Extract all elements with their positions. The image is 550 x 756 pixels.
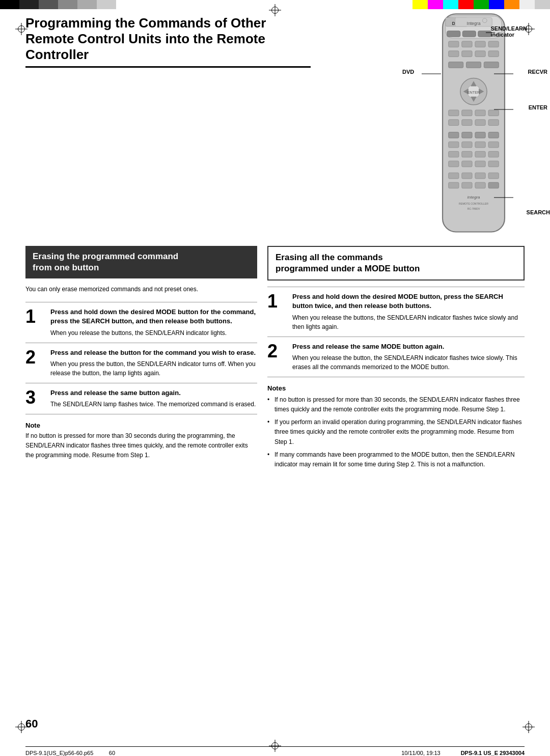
color-block-black bbox=[0, 0, 19, 9]
remote-svg-wrapper: SEND/LEARN indicator DVD RECVR ENTER SEA… bbox=[423, 10, 525, 241]
svg-rect-16 bbox=[462, 41, 472, 47]
color-block-green bbox=[474, 0, 489, 9]
left-step-1-title: Press and hold down the desired MODE but… bbox=[50, 307, 257, 326]
svg-text:Integra: Integra bbox=[466, 21, 480, 26]
svg-rect-59 bbox=[475, 173, 485, 179]
svg-rect-41 bbox=[449, 132, 459, 138]
svg-rect-58 bbox=[462, 173, 472, 179]
left-step-3-desc: The SEND/LEARN lamp flashes twice. The m… bbox=[50, 400, 257, 409]
svg-rect-34 bbox=[462, 110, 472, 116]
left-steps-container: 1 Press and hold down the desired MODE b… bbox=[25, 302, 257, 414]
svg-rect-13 bbox=[462, 31, 476, 37]
footer-file-info: DPS-9.1(US_E)p56-60.p65 60 bbox=[25, 750, 192, 756]
svg-rect-22 bbox=[488, 51, 499, 57]
color-block-light bbox=[77, 0, 97, 9]
left-note-section: Note If no button is pressed for more th… bbox=[25, 422, 257, 461]
dvd-arrow bbox=[422, 71, 442, 76]
remote-diagram: SEND/LEARN indicator DVD RECVR ENTER SEA… bbox=[311, 10, 525, 241]
left-note-title: Note bbox=[25, 422, 257, 429]
svg-rect-57 bbox=[449, 173, 459, 179]
right-step-2-number: 2 bbox=[267, 342, 285, 360]
left-note-text: You can only erase memorized commands an… bbox=[25, 285, 257, 294]
right-step-2-content: Press and release the same MODE button a… bbox=[292, 342, 525, 372]
right-bullet-3: If many commands have been programmed to… bbox=[267, 450, 525, 469]
dvd-label: DVD bbox=[402, 69, 414, 75]
svg-rect-25 bbox=[484, 62, 499, 68]
svg-rect-20 bbox=[462, 51, 472, 57]
color-block-cyan bbox=[443, 0, 458, 9]
svg-rect-12 bbox=[447, 31, 460, 37]
right-step-2-desc: When you release the button, the SEND/LE… bbox=[292, 353, 525, 372]
svg-rect-33 bbox=[449, 110, 459, 116]
left-step-2-desc: When you press the button, the SEND/LEAR… bbox=[50, 359, 257, 378]
recvr-label: RECVR bbox=[528, 69, 547, 75]
left-step-3-number: 3 bbox=[25, 388, 43, 407]
svg-rect-52 bbox=[488, 151, 499, 157]
left-section-header: Erasing the programmed command from one … bbox=[25, 246, 257, 278]
color-block-white bbox=[519, 0, 535, 9]
sendlearn-arrow bbox=[486, 29, 496, 39]
title-block: Programming the Commands of Other Remote… bbox=[25, 15, 311, 72]
footer-brand: DPS-9.1 US_E 29343004 bbox=[461, 750, 525, 756]
svg-rect-44 bbox=[488, 132, 499, 138]
right-notes-section: Notes If no button is pressed for more t… bbox=[267, 384, 525, 469]
page-title: Programming the Commands of Other Remote… bbox=[25, 15, 311, 63]
svg-rect-53 bbox=[449, 161, 459, 167]
left-step-3: 3 Press and release the same button agai… bbox=[25, 383, 257, 414]
right-column: Erasing all the commands programmed unde… bbox=[267, 246, 525, 472]
right-step-1-content: Press and hold down the desired MODE but… bbox=[292, 292, 525, 331]
svg-rect-24 bbox=[466, 62, 481, 68]
color-block-blue bbox=[489, 0, 504, 9]
color-block-silver bbox=[535, 0, 550, 9]
color-block-orange bbox=[504, 0, 519, 9]
right-step-1: 1 Press and hold down the desired MODE b… bbox=[267, 287, 525, 336]
footer-date: 10/11/00, 19:13 bbox=[401, 750, 440, 756]
svg-rect-51 bbox=[475, 151, 485, 157]
svg-rect-47 bbox=[475, 142, 485, 148]
svg-rect-23 bbox=[449, 62, 463, 68]
color-block-yellow bbox=[413, 0, 428, 9]
left-step-2-number: 2 bbox=[25, 348, 43, 367]
svg-text:Integra: Integra bbox=[468, 195, 480, 200]
svg-rect-50 bbox=[462, 151, 472, 157]
svg-rect-62 bbox=[462, 182, 472, 188]
svg-rect-15 bbox=[449, 41, 459, 47]
right-bullet-2: If you perform an invalid operation duri… bbox=[267, 417, 525, 447]
svg-rect-64 bbox=[488, 182, 499, 188]
svg-rect-38 bbox=[462, 120, 472, 126]
right-step-2: 2 Press and release the same MODE button… bbox=[267, 337, 525, 377]
svg-rect-49 bbox=[449, 151, 459, 157]
svg-rect-63 bbox=[475, 182, 485, 188]
two-column-layout: Erasing the programmed command from one … bbox=[25, 246, 525, 472]
footer-right: 10/11/00, 19:13 DPS-9.1 US_E 29343004 bbox=[358, 750, 525, 756]
right-step-1-title: Press and hold down the desired MODE but… bbox=[292, 292, 525, 311]
left-note-body: If no button is pressed for more than 30… bbox=[25, 431, 257, 461]
left-step-1-desc: When you release the buttons, the SEND/L… bbox=[50, 328, 257, 338]
svg-rect-46 bbox=[462, 142, 472, 148]
left-step-2-title: Press and release the button for the com… bbox=[50, 348, 257, 357]
title-underline bbox=[25, 66, 311, 68]
svg-rect-37 bbox=[449, 120, 459, 126]
page-number-display: 60 bbox=[25, 717, 38, 731]
right-bullet-1: If no button is pressed for more than 30… bbox=[267, 395, 525, 414]
svg-text:REMOTE CONTROLLER: REMOTE CONTROLLER bbox=[459, 202, 488, 205]
svg-rect-43 bbox=[475, 132, 485, 138]
left-step-1: 1 Press and hold down the desired MODE b… bbox=[25, 302, 257, 342]
left-step-2: 2 Press and release the button for the c… bbox=[25, 343, 257, 383]
right-step-2-title: Press and release the same MODE button a… bbox=[292, 342, 525, 351]
search-label: SEARCH bbox=[527, 209, 550, 215]
svg-rect-54 bbox=[462, 161, 472, 167]
svg-text:ENTER: ENTER bbox=[468, 90, 480, 95]
right-section-header: Erasing all the commands programmed unde… bbox=[267, 246, 525, 281]
content-area: Programming the Commands of Other Remote… bbox=[25, 15, 525, 736]
color-block-lighter bbox=[97, 0, 116, 9]
page-container: Programming the Commands of Other Remote… bbox=[0, 0, 550, 756]
right-step-1-number: 1 bbox=[267, 292, 285, 311]
svg-text:RC-789DV: RC-789DV bbox=[468, 207, 480, 210]
header-section: Programming the Commands of Other Remote… bbox=[25, 15, 525, 241]
top-bar-left bbox=[0, 0, 116, 9]
svg-rect-45 bbox=[449, 142, 459, 148]
svg-rect-42 bbox=[462, 132, 472, 138]
left-step-2-content: Press and release the button for the com… bbox=[50, 348, 257, 378]
left-step-1-content: Press and hold down the desired MODE but… bbox=[50, 307, 257, 337]
